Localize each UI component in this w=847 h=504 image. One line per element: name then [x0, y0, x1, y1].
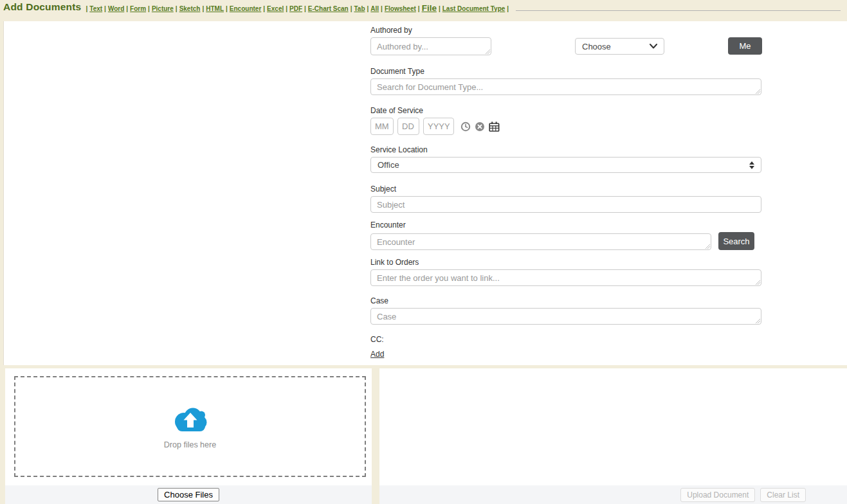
tab-link-picture[interactable]: Picture — [152, 5, 174, 12]
tab-separator: | — [176, 5, 178, 12]
me-button[interactable]: Me — [728, 37, 762, 55]
document-type-tab-strip: |Text|Word|Form|Picture|Sketch|HTML|Enco… — [84, 1, 843, 13]
encounter-group: Encounter Search — [370, 221, 761, 250]
service-location-value: Office — [378, 160, 399, 170]
link-to-orders-group: Link to Orders — [370, 258, 761, 286]
document-type-label: Document Type — [370, 67, 761, 76]
encounter-search-button[interactable]: Search — [718, 232, 754, 250]
case-input[interactable] — [370, 308, 761, 325]
header-divider-line — [516, 10, 841, 11]
tab-separator: | — [418, 5, 420, 12]
document-type-search-input[interactable] — [370, 78, 761, 95]
encounter-field-wrap — [370, 233, 711, 250]
tab-link-flowsheet[interactable]: Flowsheet — [385, 5, 416, 12]
tab-link-e-chart-scan[interactable]: E-Chart Scan — [308, 5, 349, 12]
case-group: Case — [370, 296, 761, 325]
case-label: Case — [370, 296, 761, 306]
select-updown-icon — [749, 161, 754, 169]
date-icon-row — [460, 122, 504, 132]
authored-by-label: Authored by — [370, 26, 761, 35]
clear-date-icon[interactable] — [475, 122, 485, 132]
tab-link-tab[interactable]: Tab — [354, 5, 365, 12]
tab-link-last-document-type[interactable]: Last Document Type — [442, 5, 505, 12]
clock-icon[interactable] — [460, 122, 471, 132]
tab-link-excel[interactable]: Excel — [267, 5, 284, 12]
authored-by-group: Authored by Choose Me — [370, 26, 761, 55]
page-title: Add Documents — [3, 1, 81, 13]
file-dropzone[interactable]: Drop files here — [14, 376, 366, 477]
document-type-group: Document Type — [370, 67, 761, 95]
tab-link-text[interactable]: Text — [89, 5, 102, 12]
encounter-label: Encounter — [370, 221, 761, 230]
tab-separator: | — [351, 5, 352, 12]
tab-separator: | — [381, 5, 383, 12]
authored-by-field-wrap — [370, 37, 491, 55]
choose-files-bar: Choose Files — [5, 485, 372, 504]
tab-link-encounter[interactable]: Encounter — [230, 5, 261, 12]
tab-separator: | — [148, 5, 150, 12]
tab-separator: | — [126, 5, 128, 12]
date-yyyy-input[interactable] — [423, 118, 454, 135]
drop-files-text: Drop files here — [164, 440, 216, 449]
authored-by-choose-select[interactable]: Choose — [575, 38, 664, 55]
tab-link-sketch[interactable]: Sketch — [179, 5, 201, 12]
subject-group: Subject — [370, 184, 761, 213]
clear-list-button[interactable]: Clear List — [760, 488, 806, 502]
tab-link-word[interactable]: Word — [108, 5, 124, 12]
cc-label: CC: — [370, 335, 761, 345]
date-of-service-label: Date of Service — [370, 106, 761, 116]
tab-link-all[interactable]: All — [370, 5, 379, 12]
tab-separator: | — [286, 5, 287, 12]
encounter-input[interactable] — [370, 233, 711, 250]
choose-select-value: Choose — [582, 42, 611, 51]
date-mm-input[interactable] — [370, 118, 394, 135]
tab-link-file[interactable]: File — [422, 3, 437, 13]
tab-separator: | — [367, 5, 369, 12]
subject-input[interactable] — [370, 196, 761, 213]
calendar-icon[interactable] — [489, 122, 500, 132]
tab-separator: | — [202, 5, 204, 12]
tab-separator: | — [304, 5, 306, 12]
authored-by-input[interactable] — [370, 37, 491, 55]
tab-separator: | — [226, 5, 228, 12]
tab-link-form[interactable]: Form — [130, 5, 146, 12]
file-list-panel: Upload Document Clear List — [379, 368, 847, 504]
page-header: Add Documents |Text|Word|Form|Picture|Sk… — [0, 0, 847, 21]
chevron-down-icon — [650, 44, 657, 49]
upload-document-button[interactable]: Upload Document — [680, 488, 755, 502]
date-of-service-group: Date of Service — [370, 106, 761, 135]
tab-separator: | — [507, 5, 509, 12]
tab-separator: | — [439, 5, 441, 12]
subject-label: Subject — [370, 184, 761, 194]
service-location-label: Service Location — [370, 145, 761, 155]
cc-add-link[interactable]: Add — [370, 350, 384, 359]
tab-separator: | — [86, 5, 87, 12]
tab-link-pdf[interactable]: PDF — [289, 5, 302, 12]
tab-separator: | — [263, 5, 265, 12]
add-document-panel: Authored by Choose Me Document Type — [3, 21, 847, 365]
tab-link-html[interactable]: HTML — [206, 5, 224, 12]
service-location-select[interactable]: Office — [370, 157, 761, 173]
service-location-group: Service Location Office — [370, 145, 761, 173]
tab-separator: | — [104, 5, 106, 12]
upload-actions-bar: Upload Document Clear List — [379, 485, 847, 504]
date-dd-input[interactable] — [397, 118, 419, 135]
link-to-orders-input[interactable] — [370, 269, 761, 286]
link-to-orders-label: Link to Orders — [370, 258, 761, 267]
choose-files-button[interactable]: Choose Files — [158, 488, 219, 501]
cloud-upload-icon — [170, 404, 210, 434]
cc-group: CC: Add — [370, 335, 761, 359]
file-drop-panel: Drop files here Choose Files — [5, 368, 372, 504]
